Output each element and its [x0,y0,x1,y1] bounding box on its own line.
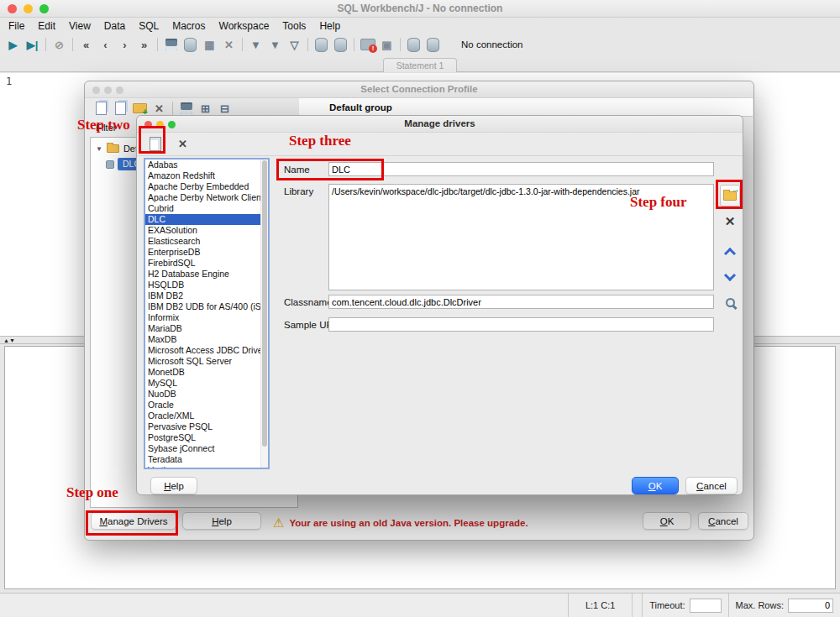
move-up-button[interactable] [720,242,740,262]
execute-current-icon[interactable]: ▶| [23,35,42,54]
zoom-dialog-button[interactable] [116,86,123,94]
driver-item[interactable]: Amazon Redshift [145,170,268,181]
timeout-label: Timeout: [649,600,685,610]
driver-list-scrollbar[interactable] [260,159,268,468]
first-statement-icon[interactable]: « [76,35,96,54]
search-classname-button[interactable] [720,292,740,312]
delete-driver-icon[interactable]: ✕ [173,135,192,154]
annotation-step-four: Step four [630,194,687,211]
driver-item[interactable]: Cubrid [145,203,268,214]
driver-item[interactable]: Vertica [145,465,268,469]
driver-item[interactable]: MySQL [145,378,268,389]
driver-item[interactable]: Informix [145,312,268,323]
execute-icon[interactable]: ▶ [3,35,23,54]
sample-url-input[interactable] [328,317,714,332]
zoom-dialog-button[interactable] [168,121,176,128]
toolbar-separator [157,38,158,51]
insert-row-icon[interactable]: ▦ [200,35,219,54]
max-rows-input[interactable] [788,599,833,613]
scrollbar-thumb[interactable] [262,160,267,447]
driver-item[interactable]: DLC [145,214,268,225]
java-version-warning: ⚠ Your are using an old Java version. Pl… [273,514,528,531]
profile-ok-button[interactable]: OK [643,512,691,530]
remove-entry-button[interactable]: ✕ [720,212,740,232]
driver-item[interactable]: NuoDB [145,389,268,400]
drivers-cancel-button[interactable]: Cancel [685,477,738,494]
driver-item[interactable]: IBM DB2 [145,290,268,301]
driver-item[interactable]: Sybase jConnect [145,443,268,454]
menu-item[interactable]: Tools [276,20,312,32]
minimize-dialog-button[interactable] [104,86,112,94]
filter-selection-icon[interactable]: ▼ [265,35,285,54]
driver-item[interactable]: Elasticsearch [145,236,268,247]
driver-item[interactable]: H2 Database Engine [145,269,268,280]
close-window-button[interactable] [8,4,17,13]
disclosure-triangle-icon[interactable]: ▼ [96,145,102,153]
tab-strip: Statement 1 [0,55,840,72]
driver-item[interactable]: Apache Derby Network Client [145,192,268,203]
driver-list[interactable]: AdabasAmazon RedshiftApache Derby Embedd… [144,158,270,469]
driver-item[interactable]: Teradata [145,454,268,465]
driver-item[interactable]: Adabas [145,159,268,170]
rollback-icon[interactable] [331,35,350,54]
connect-icon[interactable] [358,35,377,54]
driver-item[interactable]: FirebirdSQL [145,258,268,269]
driver-item[interactable]: HSQLDB [145,280,268,290]
options-icon[interactable] [423,35,443,54]
prev-statement-icon[interactable]: ‹ [96,35,115,54]
menu-item[interactable]: Help [312,20,347,32]
classname-label: Classname [284,297,333,307]
driver-item[interactable]: Oracle/XML [145,410,268,421]
filter-icon[interactable]: ▼ [246,35,265,54]
profile-help-button[interactable]: Help [182,512,261,530]
zoom-window-button[interactable] [39,4,49,13]
drivers-ok-button[interactable]: OK [632,477,679,494]
update-database-icon[interactable] [181,35,200,54]
driver-item[interactable]: Microsoft Access JDBC Driver [145,345,268,356]
copy-profile-icon[interactable] [111,99,130,118]
menu-item[interactable]: SQL [132,20,165,32]
driver-item[interactable]: MonetDB [145,367,268,378]
annotation-step-two: Step two [77,117,130,133]
driver-item[interactable]: PostgreSQL [145,432,268,443]
profile-cancel-button[interactable]: Cancel [698,512,748,530]
menu-item[interactable]: Edit [31,20,62,32]
commit-icon[interactable] [312,35,331,54]
driver-item[interactable]: Oracle [145,400,268,410]
copy-statement-icon[interactable]: ▣ [377,35,396,54]
last-statement-icon[interactable]: » [134,35,154,54]
classname-input[interactable] [328,295,714,309]
menu-item[interactable]: Workspace [213,20,276,32]
driver-item[interactable]: MariaDB [145,323,268,334]
driver-item[interactable]: Apache Derby Embedded [145,181,268,192]
menu-item[interactable]: File [2,20,31,32]
driver-item[interactable]: IBM DB2 UDB for AS/400 (iSeries) [145,301,268,312]
move-down-icon [724,269,736,281]
reset-filter-icon[interactable]: ▽ [285,35,304,54]
driver-item[interactable]: EnterpriseDB [145,247,268,258]
menu-item[interactable]: Data [97,20,132,32]
timeout-input[interactable] [690,599,722,613]
drivers-help-button[interactable]: Help [150,477,197,494]
profile-dialog-titlebar: Select Connection Profile [85,81,753,98]
macro-icon[interactable] [404,35,423,54]
name-input[interactable] [328,162,714,176]
driver-item[interactable]: Pervasive PSQL [145,421,268,432]
driver-item[interactable]: MaxDB [145,334,268,345]
new-profile-icon[interactable] [92,99,111,118]
close-dialog-button[interactable] [92,86,100,94]
delete-row-icon[interactable]: ✕ [219,35,239,54]
tab-statement-1[interactable]: Statement 1 [383,58,457,72]
minimize-window-button[interactable] [24,4,33,13]
max-rows-cell: Max. Rows: [728,593,840,617]
move-down-button[interactable] [720,267,740,287]
menu-item[interactable]: View [62,20,97,32]
next-statement-icon[interactable]: › [115,35,134,54]
save-icon[interactable] [161,35,181,54]
driver-item[interactable]: EXASolution [145,225,268,236]
driver-item[interactable]: Microsoft SQL Server [145,356,268,367]
splitter-down-icon: ▼ [9,337,15,343]
cancel-execute-icon[interactable]: ⊘ [50,35,69,54]
toolbar-separator [172,102,173,115]
menu-item[interactable]: Macros [165,20,212,32]
